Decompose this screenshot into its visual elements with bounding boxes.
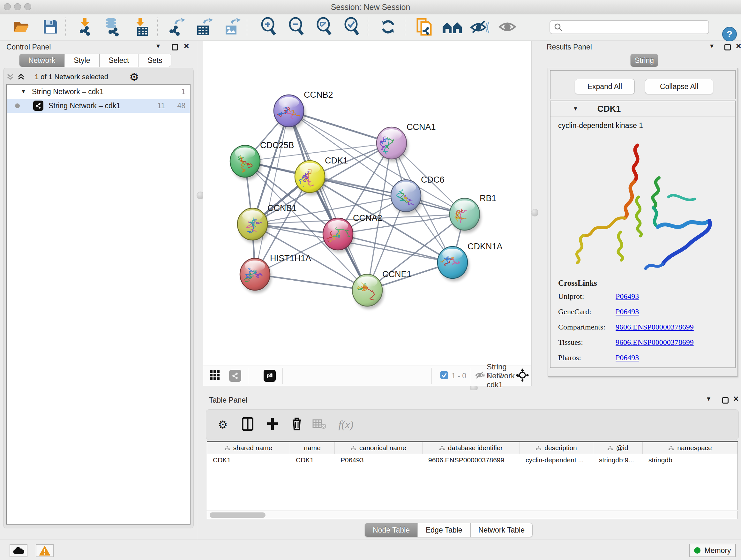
network-node[interactable] xyxy=(450,198,481,233)
warning-button[interactable] xyxy=(36,544,54,557)
network-node[interactable] xyxy=(377,127,408,162)
zoom-fit-icon[interactable] xyxy=(316,17,333,38)
network-share-icon[interactable] xyxy=(229,370,241,382)
import-network-icon[interactable] xyxy=(77,17,94,38)
zoom-in-icon[interactable] xyxy=(260,17,278,38)
table-cell[interactable]: P06493 xyxy=(335,454,422,466)
tab-network[interactable]: Network xyxy=(19,54,64,67)
network-node[interactable] xyxy=(437,246,469,281)
tab-string[interactable]: String xyxy=(630,54,658,67)
table-cell[interactable]: CDK1 xyxy=(290,454,335,466)
network-collection-row[interactable]: ▼ String Network – cdk1 1 xyxy=(7,84,190,99)
hide-eye-icon[interactable] xyxy=(470,19,489,36)
zoom-out-icon[interactable] xyxy=(288,17,306,38)
tab-edge-table[interactable]: Edge Table xyxy=(418,523,470,537)
export-image-icon[interactable] xyxy=(223,17,241,38)
network-edge[interactable] xyxy=(289,111,367,290)
table-row[interactable]: CDK1CDK1P064939606.ENSP00000378699cyclin… xyxy=(207,454,738,466)
export-network-icon[interactable] xyxy=(167,17,185,38)
memory-button[interactable]: Memory xyxy=(689,544,736,557)
panel-close-icon[interactable]: ✕ xyxy=(736,42,741,51)
network-node[interactable] xyxy=(323,218,354,253)
table-cell[interactable]: CDK1 xyxy=(207,454,290,466)
open-session-icon[interactable] xyxy=(13,19,30,36)
tab-node-table[interactable]: Node Table xyxy=(365,523,418,537)
panel-menu-icon[interactable]: ▾ xyxy=(156,42,160,50)
add-column-icon[interactable] xyxy=(266,417,279,432)
network-node[interactable] xyxy=(391,180,422,214)
network-view-canvas[interactable]: CCNB2CCNA1CDC25BCDK1CDC6RB1CCNB1CCNA2CDK… xyxy=(203,41,531,366)
table-cell[interactable]: 9606.ENSP00000378699 xyxy=(422,454,520,466)
table-cell[interactable]: stringdb xyxy=(643,454,738,466)
copy-network-icon[interactable] xyxy=(415,17,433,38)
birds-eye-view-icon[interactable] xyxy=(210,370,219,381)
fit-content-icon[interactable] xyxy=(516,368,529,383)
tab-sets[interactable]: Sets xyxy=(138,54,172,67)
save-session-icon[interactable] xyxy=(43,19,58,36)
houses-icon[interactable] xyxy=(442,19,462,36)
selected-checkbox-icon[interactable] xyxy=(440,371,449,381)
apply-layout-icon[interactable] xyxy=(379,18,397,37)
tab-network-table[interactable]: Network Table xyxy=(470,523,533,537)
panel-menu-icon[interactable]: ▾ xyxy=(707,395,711,403)
table-cell[interactable]: cyclin-dependent ... xyxy=(520,454,593,466)
table-horizontal-scrollbar[interactable] xyxy=(207,511,738,519)
delete-column-icon[interactable] xyxy=(291,417,302,432)
collapse-all-icon[interactable] xyxy=(6,73,14,81)
cloud-button[interactable] xyxy=(10,544,27,557)
hidden-eye-icon[interactable] xyxy=(475,371,485,381)
network-node[interactable] xyxy=(230,145,262,180)
collection-expand-icon[interactable]: ▼ xyxy=(21,88,26,95)
column-header-description[interactable]: description xyxy=(520,442,593,454)
tab-style[interactable]: Style xyxy=(64,54,99,67)
search-box[interactable] xyxy=(549,20,709,34)
tab-select[interactable]: Select xyxy=(99,54,138,67)
string-network-graph[interactable]: CCNB2CCNA1CDC25BCDK1CDC6RB1CCNB1CCNA2CDK… xyxy=(203,41,531,366)
function-builder-icon[interactable]: f(x) xyxy=(338,419,353,431)
collapse-all-button[interactable]: Collapse All xyxy=(645,79,713,94)
column-header-name[interactable]: name xyxy=(290,442,335,454)
crosslink-link[interactable]: P06493 xyxy=(616,354,639,362)
column-header-shared-name[interactable]: shared name xyxy=(207,442,290,454)
import-network-from-database-icon[interactable] xyxy=(103,17,122,38)
show-columns-icon[interactable] xyxy=(242,417,253,432)
column-header-database-identifier[interactable]: database identifier xyxy=(422,442,520,454)
column-header--id[interactable]: @id xyxy=(593,442,643,454)
crosslink-link[interactable]: P06493 xyxy=(616,292,639,301)
network-node[interactable] xyxy=(240,258,272,293)
crosslink-link[interactable]: 9606.ENSP00000378699 xyxy=(616,338,694,347)
network-node[interactable] xyxy=(295,161,327,195)
expand-all-icon[interactable] xyxy=(17,73,25,81)
left-splitter[interactable] xyxy=(197,41,204,540)
gene-card-header[interactable]: ▼ CDK1 xyxy=(550,101,735,117)
expand-all-button[interactable]: Expand All xyxy=(575,79,635,94)
column-header-namespace[interactable]: namespace xyxy=(643,442,738,454)
show-eye-icon[interactable] xyxy=(498,19,517,36)
crosslink-link[interactable]: 9606.ENSP00000378699 xyxy=(616,323,694,331)
network-node[interactable] xyxy=(352,274,384,309)
network-edge[interactable] xyxy=(255,111,289,274)
network-row-selected[interactable]: String Network – cdk1 11 48 xyxy=(7,99,190,113)
delete-table-icon[interactable] xyxy=(313,419,327,431)
import-table-icon[interactable] xyxy=(133,17,149,38)
panel-close-icon[interactable]: ✕ xyxy=(733,395,739,403)
table-options-gear-icon[interactable]: ⚙ xyxy=(218,419,227,430)
search-input[interactable] xyxy=(565,23,709,32)
network-edge[interactable] xyxy=(255,274,367,290)
collapse-section-icon[interactable]: ▼ xyxy=(573,106,578,112)
zoom-selected-icon[interactable] xyxy=(343,17,361,38)
open-in-window-icon[interactable] xyxy=(264,370,276,382)
column-header-canonical-name[interactable]: canonical name xyxy=(335,442,422,454)
network-node[interactable] xyxy=(274,95,306,130)
panel-close-icon[interactable]: ✕ xyxy=(184,42,189,51)
panel-menu-icon[interactable]: ▾ xyxy=(710,42,714,50)
panel-float-icon[interactable] xyxy=(722,397,729,403)
panel-float-icon[interactable] xyxy=(172,44,178,51)
help-button[interactable]: ? xyxy=(722,27,737,42)
export-table-icon[interactable] xyxy=(195,17,213,38)
table-cell[interactable]: stringdb:9... xyxy=(593,454,643,466)
panel-float-icon[interactable] xyxy=(724,44,731,51)
network-options-gear-icon[interactable]: ⚙ xyxy=(129,71,139,82)
scrollbar-thumb[interactable] xyxy=(210,512,266,518)
crosslink-link[interactable]: P06493 xyxy=(616,307,639,316)
